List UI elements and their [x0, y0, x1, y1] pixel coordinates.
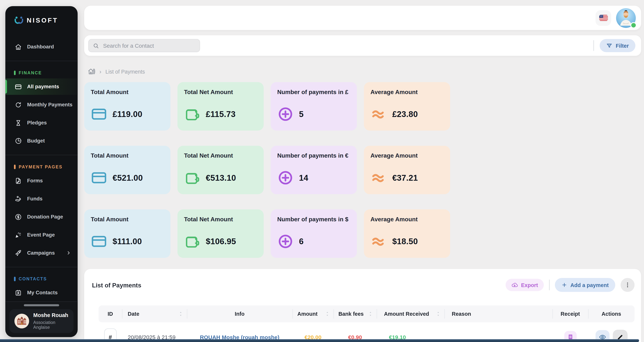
user-profile-card[interactable]: Moshe Rouah Association Anglaise	[10, 309, 74, 333]
sidebar-footer: Moshe Rouah Association Anglaise	[6, 302, 78, 337]
stat-card-9: Total Net Amount$106.95	[178, 209, 264, 258]
sidebar-drag-handle[interactable]	[24, 304, 59, 306]
horizontal-scrollbar[interactable]	[0, 339, 639, 342]
column-header-amount-received[interactable]: Amount Received	[376, 306, 444, 322]
stat-card-title: Number of payments in $	[277, 216, 350, 222]
stat-card-title: Average Amount	[370, 152, 444, 159]
pie-chart-icon	[15, 137, 22, 144]
approx-icon	[370, 233, 387, 250]
stat-card-title: Number of payments in €	[277, 152, 350, 159]
sidebar-item-event-page[interactable]: Event Page	[6, 227, 78, 243]
search-input[interactable]	[102, 42, 196, 49]
add-payment-button[interactable]: Add a payment	[555, 278, 615, 292]
column-header-bank-fees[interactable]: Bank fees	[334, 306, 376, 322]
section-label-contacts: CONTACTS	[14, 276, 78, 281]
plus-circle-icon	[277, 233, 294, 250]
sidebar-divider	[6, 155, 78, 155]
plus-circle-icon	[277, 106, 294, 122]
home-icon	[15, 44, 22, 50]
panel-menu-button[interactable]	[620, 278, 634, 292]
column-header-date[interactable]: Date	[122, 306, 187, 322]
sidebar-item-label: Budget	[27, 138, 45, 144]
stat-card-value: €521.00	[112, 173, 143, 182]
sidebar-item-label: Event Page	[27, 232, 55, 238]
sidebar-item-all-payments[interactable]: All payments	[6, 78, 78, 95]
user-avatar[interactable]	[616, 8, 636, 28]
contact-search	[88, 39, 200, 52]
sidebar-item-label: Funds	[27, 196, 42, 202]
stat-card-value: 14	[299, 173, 308, 182]
stat-card-6: Number of payments in €14	[270, 146, 357, 194]
sidebar-item-label: Forms	[27, 178, 43, 184]
column-header-actions: Actions	[588, 306, 634, 322]
funnel-icon	[606, 42, 612, 48]
sidebar-item-forms[interactable]: Forms	[6, 172, 78, 189]
payments-panel: List of Payments Export Add a payment ID…	[84, 269, 641, 342]
sidebar-item-donation-page[interactable]: Donation Page	[6, 209, 78, 225]
table-header-row: IDDateInfoAmountBank feesAmount Received…	[98, 306, 634, 322]
stat-card-value: €37.21	[392, 173, 418, 182]
cloud-download-icon	[511, 282, 518, 288]
stat-card-11: Average Amount$18.50	[364, 209, 450, 258]
stats-cards-grid: Total Amount£119.00Total Net Amount£115.…	[84, 82, 450, 258]
stat-card-3: Average Amount£23.80	[364, 82, 450, 130]
plus-icon	[562, 282, 567, 288]
stat-card-10: Number of payments in $6	[270, 209, 357, 258]
language-selector[interactable]	[596, 10, 611, 26]
sidebar-item-funds[interactable]: Funds	[6, 190, 78, 207]
sidebar-item-monthly-payments[interactable]: Monthly Payments	[6, 96, 78, 113]
search-toolbar: Filter	[84, 36, 641, 56]
column-header-amount[interactable]: Amount	[292, 306, 333, 322]
sidebar-item-label: Campaigns	[27, 250, 55, 256]
sort-icon	[368, 311, 372, 317]
sidebar-item-campaigns[interactable]: Campaigns	[6, 245, 78, 261]
sidebar-item-label: Dashboard	[27, 44, 54, 50]
column-header-receipt: Receipt	[552, 306, 588, 322]
section-accent-bar	[14, 164, 16, 169]
sidebar-item-pledges[interactable]: Pledges	[6, 114, 78, 131]
stat-card-8: Total Amount$111.00	[84, 209, 170, 258]
dollar-circle-icon	[15, 213, 22, 220]
rocket-icon	[15, 250, 22, 256]
us-flag-icon	[599, 15, 608, 21]
wallet-icon	[184, 170, 200, 186]
stat-card-title: Average Amount	[370, 216, 444, 222]
stat-card-value: 6	[299, 237, 304, 246]
sort-icon	[436, 311, 440, 317]
sidebar-item-my-contacts[interactable]: My Contacts	[6, 284, 78, 301]
sidebar: NISOFT DashboardFINANCEAll paymentsMonth…	[6, 6, 78, 337]
section-label-payment-pages: PAYMENT PAGES	[14, 164, 78, 169]
sidebar-item-dashboard[interactable]: Dashboard	[6, 38, 78, 55]
sidebar-item-label: Pledges	[27, 120, 47, 126]
hourglass-icon	[15, 119, 22, 126]
sort-icon	[325, 311, 330, 317]
export-button[interactable]: Export	[505, 279, 544, 291]
search-icon	[93, 42, 99, 48]
stat-card-7: Average Amount€37.21	[364, 146, 450, 194]
column-header-info: Info	[187, 306, 292, 322]
section-accent-bar	[14, 276, 16, 281]
stat-card-value: $106.95	[206, 237, 236, 246]
logo: NISOFT	[14, 16, 78, 24]
breadcrumb-separator: ›	[99, 68, 101, 75]
stat-card-value: £119.00	[112, 109, 142, 119]
breadcrumb-home-icon[interactable]	[88, 68, 96, 75]
wallet-icon	[184, 106, 200, 122]
stat-card-value: $18.50	[392, 237, 418, 246]
filter-button[interactable]: Filter	[600, 39, 635, 52]
sidebar-item-budget[interactable]: Budget	[6, 133, 78, 149]
credit-card-icon	[91, 106, 107, 122]
online-status-dot	[630, 22, 636, 28]
sidebar-divider	[6, 267, 78, 267]
profile-name: Moshe Rouah	[33, 312, 69, 318]
panel-title: List of Payments	[92, 282, 142, 288]
contact-card-icon	[15, 289, 22, 296]
active-indicator-bar	[6, 80, 7, 94]
sidebar-item-label: Donation Page	[27, 214, 63, 220]
stat-card-title: Total Amount	[91, 152, 164, 159]
stat-card-title: Total Amount	[91, 89, 164, 95]
stat-card-title: Average Amount	[370, 89, 444, 95]
stat-card-value: £115.73	[206, 109, 236, 119]
party-popper-icon	[15, 231, 22, 238]
add-payment-label: Add a payment	[570, 282, 608, 288]
